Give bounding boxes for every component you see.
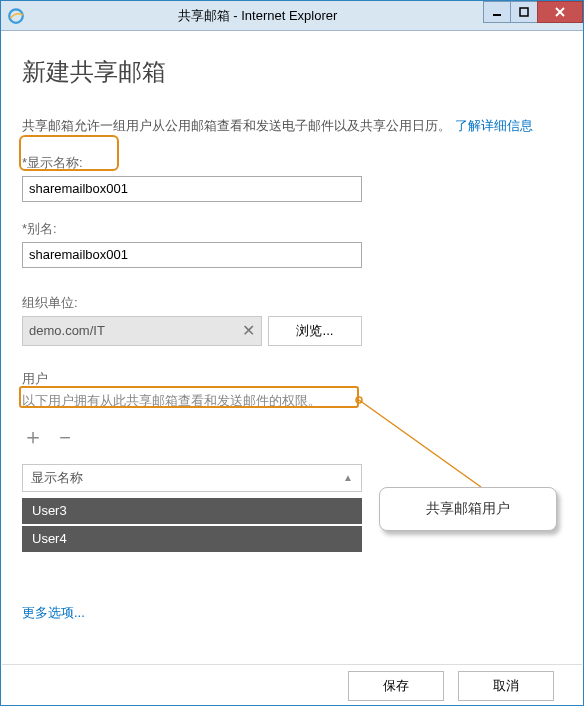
minimize-button[interactable] (483, 1, 511, 23)
user-name: User4 (32, 531, 67, 546)
learn-more-link[interactable]: 了解详细信息 (455, 118, 533, 133)
users-subdesc: 以下用户拥有从此共享邮箱查看和发送邮件的权限。 (22, 392, 562, 410)
maximize-button[interactable] (510, 1, 538, 23)
callout-text: 共享邮箱用户 (426, 500, 510, 518)
alias-label: *别名: (22, 220, 562, 238)
users-label: 用户 (22, 370, 562, 388)
more-options-link[interactable]: 更多选项... (22, 604, 85, 622)
user-list: User3 User4 (22, 498, 362, 552)
user-list-header[interactable]: 显示名称 ▲ (22, 464, 362, 492)
cancel-button[interactable]: 取消 (458, 671, 554, 701)
list-item[interactable]: User3 (22, 498, 362, 524)
display-name-label: *显示名称: (22, 154, 562, 172)
minimize-icon (492, 7, 502, 17)
window: 共享邮箱 - Internet Explorer 新建共享邮箱 共享邮箱允许一组… (0, 0, 584, 706)
close-icon (554, 6, 566, 18)
content: 新建共享邮箱 共享邮箱允许一组用户从公用邮箱查看和发送电子邮件以及共享公用日历。… (2, 32, 582, 704)
footer: 保存 取消 (2, 664, 582, 704)
list-header-label: 显示名称 (31, 469, 83, 487)
svg-rect-2 (520, 8, 528, 16)
sort-icon: ▲ (343, 472, 353, 483)
window-title: 共享邮箱 - Internet Explorer (31, 7, 484, 25)
user-name: User3 (32, 503, 67, 518)
remove-user-button[interactable]: － (54, 422, 76, 452)
annotation-callout: 共享邮箱用户 (379, 487, 557, 531)
ou-row: demo.com/IT ✕ 浏览... (22, 316, 562, 346)
ou-label: 组织单位: (22, 294, 562, 312)
page-heading: 新建共享邮箱 (22, 56, 562, 88)
display-name-input[interactable] (22, 176, 362, 202)
alias-input[interactable] (22, 242, 362, 268)
add-remove-buttons: ＋ － (22, 422, 562, 452)
svg-point-0 (9, 9, 23, 23)
maximize-icon (519, 7, 529, 17)
close-button[interactable] (537, 1, 583, 23)
ou-clear-icon[interactable]: ✕ (242, 321, 255, 340)
save-button[interactable]: 保存 (348, 671, 444, 701)
description-text: 共享邮箱允许一组用户从公用邮箱查看和发送电子邮件以及共享公用日历。 (22, 118, 451, 133)
browse-button[interactable]: 浏览... (268, 316, 362, 346)
ie-icon (7, 7, 25, 25)
list-item[interactable]: User4 (22, 526, 362, 552)
window-buttons (484, 1, 583, 23)
page-description: 共享邮箱允许一组用户从公用邮箱查看和发送电子邮件以及共享公用日历。 了解详细信息 (22, 116, 562, 136)
ou-value: demo.com/IT (29, 323, 105, 338)
ou-field: demo.com/IT ✕ (22, 316, 262, 346)
titlebar: 共享邮箱 - Internet Explorer (1, 1, 583, 31)
add-user-button[interactable]: ＋ (22, 422, 44, 452)
